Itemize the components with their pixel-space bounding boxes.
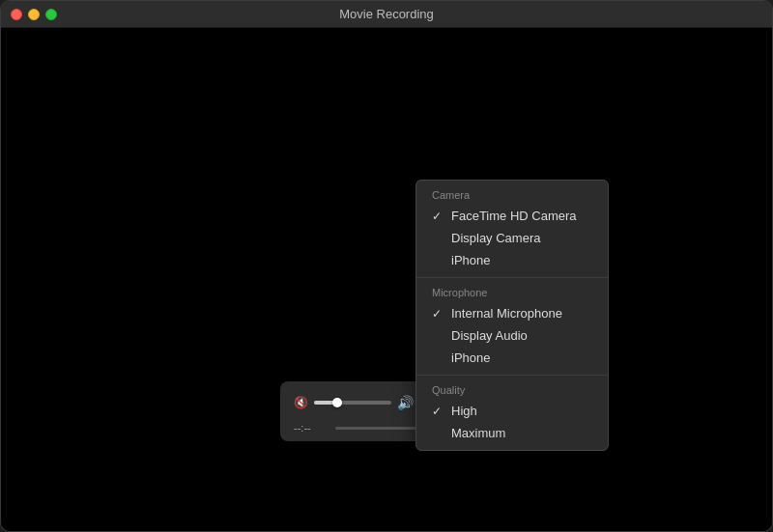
quality-maximum-item[interactable]: Maximum <box>416 422 608 444</box>
camera-iphone-label: iPhone <box>451 253 592 267</box>
mic-display-audio-label: Display Audio <box>451 328 592 343</box>
camera-facetime-label: FaceTime HD Camera <box>451 209 592 223</box>
quality-section: Quality ✓ High Maximum <box>416 376 608 450</box>
volume-thumb <box>332 398 342 407</box>
checkmark-icon: ✓ <box>432 307 445 321</box>
microphone-section-header: Microphone <box>416 284 608 302</box>
camera-facetime-item[interactable]: ✓ FaceTime HD Camera <box>416 205 608 227</box>
camera-display-item[interactable]: Display Camera <box>416 227 608 249</box>
close-button[interactable] <box>11 9 22 20</box>
quality-section-header: Quality <box>416 381 608 400</box>
volume-slider[interactable] <box>314 401 391 405</box>
speaker-high-icon: 🔊 <box>397 395 414 410</box>
checkmark-icon: ✓ <box>432 405 445 418</box>
camera-iphone-item[interactable]: iPhone <box>416 249 608 271</box>
mic-internal-item[interactable]: ✓ Internal Microphone <box>416 302 608 324</box>
mic-iphone-label: iPhone <box>451 350 592 365</box>
mic-iphone-item[interactable]: iPhone <box>416 347 608 369</box>
mic-display-audio-item[interactable]: Display Audio <box>416 324 608 347</box>
camera-section-header: Camera <box>416 186 608 205</box>
volume-section: 🔇 🔊 <box>294 395 423 410</box>
quality-high-label: High <box>451 404 592 418</box>
speaker-low-icon: 🔇 <box>294 396 308 409</box>
window-title: Movie Recording <box>339 7 434 21</box>
quality-maximum-label: Maximum <box>451 426 592 440</box>
mic-internal-label: Internal Microphone <box>451 306 592 321</box>
video-area: 🔇 🔊 ▼ --:-- <box>1 28 772 532</box>
camera-display-label: Display Camera <box>451 231 592 245</box>
options-dropdown: Camera ✓ FaceTime HD Camera Display Came… <box>415 180 609 451</box>
time-display: --:-- <box>294 422 328 434</box>
main-window: Movie Recording 🔇 🔊 ▼ <box>0 0 773 532</box>
quality-high-item[interactable]: ✓ High <box>416 400 608 422</box>
maximize-button[interactable] <box>45 9 57 20</box>
traffic-lights <box>11 9 57 20</box>
camera-section: Camera ✓ FaceTime HD Camera Display Came… <box>416 181 608 278</box>
checkmark-icon: ✓ <box>432 210 445 223</box>
titlebar: Movie Recording <box>1 1 772 28</box>
microphone-section: Microphone ✓ Internal Microphone Display… <box>416 278 608 376</box>
minimize-button[interactable] <box>28 9 40 20</box>
